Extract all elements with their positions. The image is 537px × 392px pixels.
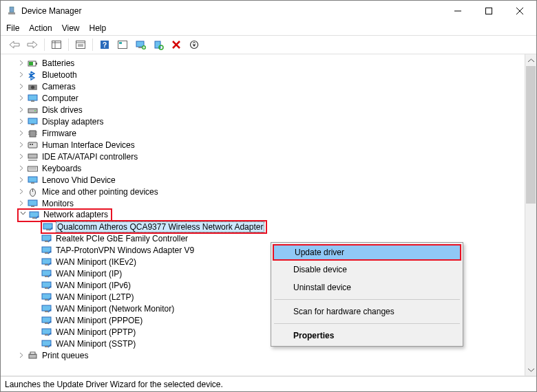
tree-node[interactable]: Print queues — [1, 349, 525, 361]
menu-file[interactable]: File — [6, 23, 19, 33]
tree-node[interactable]: Lenovo Vhid Device — [1, 174, 525, 186]
close-button[interactable] — [504, 1, 535, 21]
chevron-right-icon[interactable] — [17, 164, 25, 173]
svg-rect-74 — [42, 294, 51, 299]
menu-help[interactable]: Help — [90, 23, 107, 33]
scroll-track[interactable] — [525, 66, 536, 364]
context-menu-item[interactable]: Properties — [273, 327, 461, 345]
tree-node[interactable]: Mice and other pointing devices — [1, 186, 525, 197]
vertical-scrollbar[interactable] — [525, 54, 536, 375]
show-hide-tree-button[interactable] — [48, 37, 65, 52]
titlebar: Device Manager — [1, 1, 536, 21]
svg-rect-58 — [28, 200, 37, 206]
network-icon — [41, 268, 52, 279]
svg-rect-18 — [119, 42, 122, 44]
context-menu-item[interactable]: Disable device — [273, 261, 461, 279]
status-text: Launches the Update Driver Wizard for th… — [5, 380, 223, 389]
svg-rect-0 — [10, 7, 14, 12]
menu-separator — [274, 323, 460, 324]
tree-node[interactable]: Batteries — [1, 57, 525, 69]
svg-marker-6 — [10, 41, 19, 48]
svg-rect-62 — [43, 224, 52, 229]
svg-rect-49 — [28, 154, 37, 158]
tree-label: Print queues — [41, 351, 90, 360]
tree-node[interactable]: Bluetooth — [1, 69, 525, 80]
chevron-right-icon[interactable] — [17, 71, 25, 79]
update-driver-button[interactable] — [132, 37, 149, 52]
svg-rect-77 — [45, 311, 48, 312]
tree-label: Network adapters — [42, 210, 109, 221]
action-button[interactable] — [114, 37, 131, 52]
context-menu-item[interactable]: Uninstall device — [273, 279, 461, 296]
scroll-thumb[interactable] — [526, 66, 536, 204]
tree-node[interactable]: Qualcomm Atheros QCA9377 Wireless Networ… — [1, 221, 525, 232]
tree-label: Keyboards — [41, 164, 83, 173]
properties-button[interactable] — [72, 37, 89, 52]
mouse-icon — [27, 186, 38, 197]
tree-node[interactable]: Human Interface Devices — [1, 139, 525, 151]
chevron-right-icon[interactable] — [17, 141, 25, 149]
chevron-down-icon[interactable] — [19, 210, 27, 218]
tree-label: Firmware — [41, 129, 78, 138]
svg-rect-67 — [45, 252, 48, 254]
context-menu-item[interactable]: Scan for hardware changes — [273, 303, 461, 320]
svg-marker-7 — [28, 41, 37, 48]
tree-label: WAN Miniport (IKEv2) — [54, 257, 138, 267]
tree-node[interactable]: Display adapters — [1, 116, 525, 127]
chevron-right-icon[interactable] — [17, 351, 25, 360]
scroll-up-button[interactable] — [525, 54, 536, 66]
chevron-right-icon[interactable] — [17, 94, 25, 102]
tree-label: IDE ATA/ATAPI controllers — [41, 152, 139, 162]
tree-node[interactable]: Computer — [1, 92, 525, 104]
tree-label: Batteries — [41, 58, 76, 68]
battery-icon — [27, 58, 38, 69]
scan-hardware-button[interactable] — [150, 37, 167, 52]
tree-label: WAN Miniport (SSTP) — [54, 339, 137, 349]
monitor-icon — [27, 175, 38, 186]
svg-rect-80 — [42, 329, 51, 334]
menu-action[interactable]: Action — [29, 23, 52, 33]
chevron-right-icon[interactable] — [17, 83, 25, 91]
svg-marker-29 — [193, 45, 196, 47]
chevron-right-icon[interactable] — [17, 59, 25, 67]
chevron-right-icon[interactable] — [17, 199, 25, 208]
tree-label: Bluetooth — [41, 70, 78, 80]
chevron-right-icon[interactable] — [17, 106, 25, 114]
tree-node[interactable]: Firmware — [1, 127, 525, 139]
tree-label: Human Interface Devices — [41, 140, 136, 150]
tree-node[interactable]: Keyboards — [1, 162, 525, 174]
forward-button[interactable] — [24, 37, 41, 52]
chevron-right-icon[interactable] — [17, 118, 25, 126]
tree-label: WAN Miniport (PPPOE) — [54, 316, 144, 325]
svg-rect-73 — [45, 287, 48, 289]
tree-node[interactable]: Cameras — [1, 80, 525, 92]
scroll-down-button[interactable] — [525, 364, 536, 375]
tree-node[interactable]: Network adapters — [1, 209, 525, 221]
maximize-button[interactable] — [473, 1, 504, 21]
menu-view[interactable]: View — [62, 23, 80, 33]
svg-rect-41 — [30, 131, 36, 137]
svg-rect-64 — [42, 235, 51, 241]
tree-node[interactable]: Disk drives — [1, 104, 525, 116]
svg-rect-1 — [8, 12, 15, 14]
svg-rect-66 — [42, 247, 51, 252]
chevron-right-icon[interactable] — [17, 129, 25, 138]
window-title: Device Manager — [21, 6, 442, 16]
svg-rect-60 — [30, 212, 39, 217]
disable-button[interactable] — [186, 37, 202, 52]
svg-rect-84 — [29, 354, 36, 358]
back-button[interactable] — [6, 37, 23, 52]
chip-icon — [27, 128, 38, 139]
context-menu-item[interactable]: Update driver — [273, 244, 461, 261]
chevron-right-icon[interactable] — [17, 176, 25, 184]
help-button[interactable]: ? — [96, 37, 113, 52]
uninstall-button[interactable] — [168, 37, 185, 52]
tree-node[interactable]: Monitors — [1, 197, 525, 209]
svg-rect-72 — [42, 282, 51, 287]
svg-rect-8 — [52, 41, 61, 49]
window-controls — [442, 1, 535, 21]
minimize-button[interactable] — [442, 1, 473, 21]
chevron-right-icon[interactable] — [17, 153, 25, 161]
tree-node[interactable]: IDE ATA/ATAPI controllers — [1, 151, 525, 162]
chevron-right-icon[interactable] — [17, 188, 25, 196]
